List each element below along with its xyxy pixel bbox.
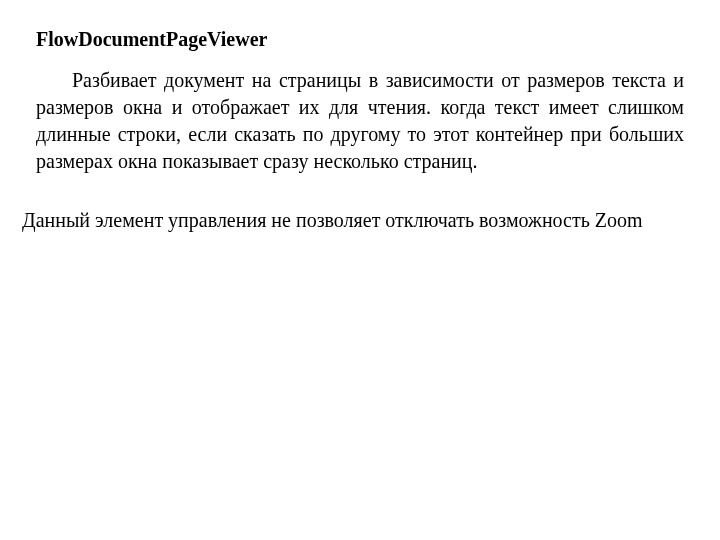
- note-paragraph: Данный элемент управления не позволяет о…: [22, 207, 690, 234]
- section-heading: FlowDocumentPageViewer: [36, 28, 684, 51]
- description-paragraph: Разбивает документ на страницы в зависим…: [36, 67, 684, 175]
